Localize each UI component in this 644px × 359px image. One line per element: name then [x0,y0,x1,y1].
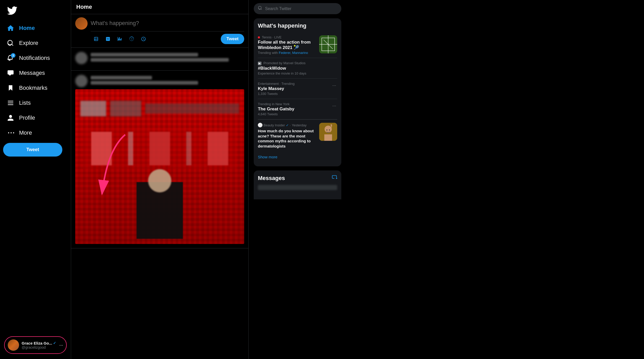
blurred-line [91,58,229,62]
whats-happening-panel: What's happening Tennis · LIVE Follow al… [254,18,341,166]
search-box[interactable] [254,3,341,14]
sidebar-bottom: Grace Eliza Go... ✓ @gracelizgood ··· [3,333,68,357]
feed-item-header [75,52,244,64]
messages-icon [7,69,14,77]
compose-right: Tweet [91,17,244,44]
trending-wimbledon-meta: Tennis · LIVE [258,35,316,39]
sidebar-item-more[interactable]: More [3,126,68,140]
pixel-block-1 [80,101,106,116]
lists-icon [7,99,14,107]
trending-item-kyle-massey[interactable]: ··· Entertainment · Trending Kyle Massey… [258,79,337,99]
main-feed: Home [71,0,249,359]
pixel-char-3 [149,132,170,165]
bookmarks-icon [7,84,14,92]
blurred-line [91,53,198,56]
more-icon [7,129,14,137]
verified-badge-icon: ✓ [53,341,56,345]
tweet-button[interactable]: Tweet [3,143,62,157]
tennis-court-svg [319,35,337,53]
sidebar-item-profile[interactable]: Profile [3,111,68,125]
feed-item-2-image [75,89,244,244]
news-separator: · [290,123,291,127]
compose-icons [91,34,149,44]
sidebar-item-messages[interactable]: Messages [3,66,68,80]
sidebar-item-explore[interactable]: Explore [3,36,68,50]
sidebar-item-home[interactable]: Home [3,21,68,35]
messages-blurred-preview [258,185,337,190]
whats-happening-title: What's happening [258,22,337,29]
trending-more-button-2[interactable]: ··· [331,102,337,110]
trending-item-great-gatsby[interactable]: ··· Trending in New York The Great Gatsb… [258,99,337,119]
beauty-image-bg [319,123,337,141]
twitter-logo[interactable] [3,2,68,20]
explore-label: Explore [19,40,38,46]
trending-more-button[interactable]: ··· [331,82,337,89]
sidebar-item-bookmarks[interactable]: Bookmarks [3,81,68,95]
feed-item-text [91,53,244,63]
compose-message-button[interactable] [332,175,337,182]
feed-item-2-header [75,75,244,87]
svg-point-9 [329,129,330,130]
trending-wimbledon-content: Tennis · LIVE Follow all the action from… [258,35,337,55]
feed-item-2[interactable] [71,71,248,248]
twitter-bird-icon [7,5,18,16]
pixel-chars-row [83,128,236,169]
news-item-beauty[interactable]: Beauty Insider ✓ · Yesterday How much do… [258,119,337,152]
user-account-switcher[interactable]: Grace Eliza Go... ✓ @gracelizgood ··· [4,336,67,354]
sidebar-item-notifications[interactable]: 3 Notifications [3,51,68,65]
image-upload-button[interactable] [91,34,101,44]
poll-button[interactable] [114,34,125,44]
trending-kyle-count: 1,330 Tweets [258,92,337,96]
news-beauty-image [319,123,337,141]
notification-count: 3 [11,53,15,58]
trending-item-blackwidow[interactable]: ▶ Promoted by Marvel Studios #BlackWidow… [258,58,337,79]
trending-wimbledon-text: Tennis · LIVE Follow all the action from… [258,35,316,55]
trending-item-wimbledon[interactable]: Tennis · LIVE Follow all the action from… [258,32,337,58]
trending-wimbledon-title: Follow all the action from Wimbledon 202… [258,40,316,50]
trending-gatsby-count: 4,640 Tweets [258,112,337,116]
user-info: Grace Eliza Go... ✓ @gracelizgood [22,341,57,349]
feed-item-1[interactable] [71,48,248,71]
bookmarks-label: Bookmarks [19,85,47,91]
more-label: More [19,129,32,136]
explore-icon [7,39,14,47]
promoted-icon: ▶ [258,62,261,65]
user-avatar [8,339,19,351]
emoji-button[interactable] [126,34,137,44]
compose-toolbar: Tweet [91,31,244,44]
feed-item-avatar [75,52,88,64]
pixel-char-1 [91,132,112,165]
messages-panel-title: Messages [258,175,285,182]
svg-rect-7 [324,134,332,141]
feed-item-2-avatar [75,75,88,87]
profile-icon [7,114,14,122]
trending-gatsby-meta: Trending in New York [258,102,337,106]
right-sidebar: What's happening Tennis · LIVE Follow al… [249,0,346,359]
sidebar-item-lists[interactable]: Lists [3,96,68,110]
svg-point-6 [325,126,332,133]
notifications-label: Notifications [19,55,50,61]
news-beauty-source: Beauty Insider ✓ · Yesterday [258,123,316,127]
messages-label: Messages [19,70,45,76]
search-input[interactable] [265,6,337,11]
lists-label: Lists [19,100,31,106]
schedule-button[interactable] [138,34,149,44]
beauty-insider-avatar [258,123,262,127]
feed-item-2-text [91,76,244,86]
user-more-options-icon[interactable]: ··· [59,342,63,348]
trending-wimbledon-image [319,35,337,53]
trending-gatsby-title: The Great Gatsby [258,107,337,112]
notifications-icon: 3 [7,54,14,62]
show-more-button[interactable]: Show more [258,152,277,162]
gif-button[interactable] [103,34,113,44]
svg-point-10 [331,124,332,126]
pixel-figure-body [137,182,183,239]
pixel-figure-head [148,169,171,192]
pixel-text-row [80,97,239,120]
compose-input[interactable] [91,17,244,29]
trending-blackwidow-title: #BlackWidow [258,66,337,71]
trending-wimbledon-names: Federer, Mannarino [279,51,308,55]
tweet-submit-button[interactable]: Tweet [221,34,244,44]
blurred-line [91,76,152,79]
messages-panel: Messages [254,170,341,199]
